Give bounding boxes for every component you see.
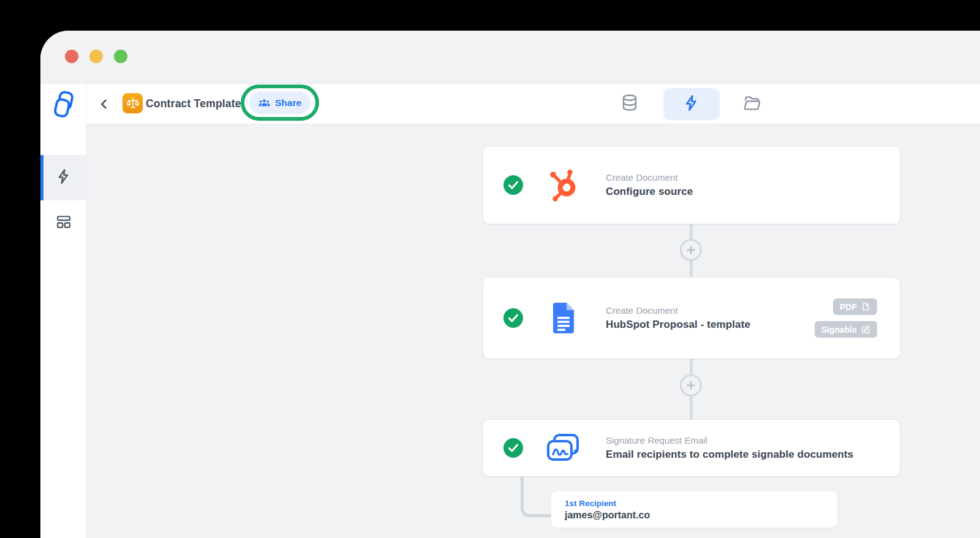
workflow-step-card[interactable]: Signature Request Email Email recipients…	[483, 419, 900, 477]
step-title: Configure source	[606, 186, 693, 198]
share-annotation-ring: Share	[241, 85, 319, 121]
pdf-badge: PDF	[833, 298, 877, 315]
people-icon	[258, 99, 270, 107]
sidebar	[40, 84, 86, 538]
folder-icon	[742, 93, 762, 115]
output-badges: PDF Signable	[815, 298, 877, 338]
header: Contract Template Share	[86, 84, 980, 124]
sidebar-item-workflows[interactable]	[40, 155, 86, 200]
signable-badge: Signable	[815, 321, 877, 338]
zoom-window-button[interactable]	[114, 50, 127, 63]
recipient-label: 1st Recipient	[565, 499, 837, 508]
hubspot-icon	[546, 167, 581, 203]
app-window: Contract Template Share	[40, 31, 980, 538]
share-button-label: Share	[275, 97, 301, 108]
badge-label: PDF	[840, 302, 857, 312]
check-circle-icon	[503, 175, 523, 195]
close-window-button[interactable]	[65, 50, 78, 63]
signature-loop-icon	[546, 430, 581, 466]
edit-icon	[861, 325, 870, 334]
scales-icon	[123, 93, 143, 113]
database-icon	[620, 93, 639, 115]
tab-outputs[interactable]	[741, 93, 763, 115]
step-kind-label: Create Document	[606, 305, 750, 316]
portant-logo-icon[interactable]	[40, 84, 86, 124]
page-title: Contract Template	[146, 84, 241, 123]
file-icon	[861, 302, 870, 311]
check-circle-icon	[503, 308, 523, 328]
chevron-left-icon	[97, 103, 111, 113]
step-title: Email recipients to complete signable do…	[606, 449, 853, 461]
minimize-window-button[interactable]	[89, 50, 103, 63]
add-step-button[interactable]	[680, 374, 702, 396]
share-button[interactable]: Share	[249, 91, 311, 114]
screenshot-stage: Contract Template Share	[0, 0, 980, 538]
step-title: HubSpot Proposal - template	[606, 319, 750, 331]
google-docs-icon	[546, 300, 581, 336]
check-circle-icon	[503, 438, 523, 458]
titlebar	[40, 31, 980, 84]
recipient-connector-line	[521, 477, 554, 517]
tab-workflow[interactable]	[663, 88, 720, 120]
badge-label: Signable	[821, 325, 857, 335]
recipient-email: james@portant.co	[565, 510, 837, 521]
lightning-icon	[682, 94, 701, 115]
back-button[interactable]	[97, 97, 111, 112]
add-step-button[interactable]	[680, 239, 702, 261]
lightning-icon	[55, 168, 72, 188]
workflow-step-card[interactable]: Create Document Configure source	[483, 146, 900, 224]
templates-icon	[55, 213, 72, 233]
workflow-step-card[interactable]: Create Document HubSpot Proposal - templ…	[483, 277, 900, 359]
active-indicator	[40, 155, 43, 200]
step-kind-label: Create Document	[606, 172, 693, 183]
sidebar-item-templates[interactable]	[40, 200, 86, 246]
tab-source-data[interactable]	[619, 93, 641, 115]
workflow-canvas: Create Document Configure source	[86, 124, 980, 538]
step-kind-label: Signature Request Email	[606, 435, 853, 445]
recipient-card[interactable]: 1st Recipient james@portant.co	[551, 491, 837, 528]
